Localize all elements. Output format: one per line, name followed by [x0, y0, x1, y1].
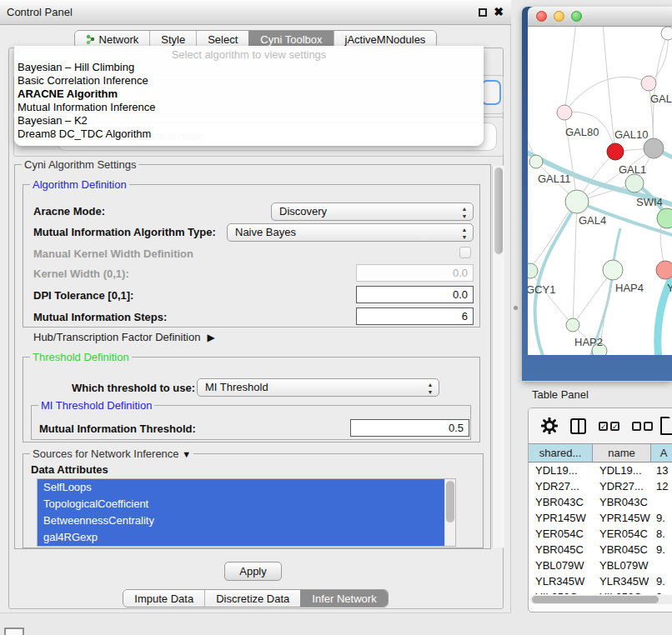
- which-threshold-select[interactable]: MI Threshold ▲▼: [197, 378, 439, 397]
- table-row[interactable]: YIL052CYIL052C9.: [529, 589, 672, 594]
- manual-kernel-checkbox[interactable]: [459, 247, 471, 258]
- network-node[interactable]: [657, 208, 672, 228]
- table-row[interactable]: YBR045CYBR045C9.: [529, 542, 672, 558]
- tab-cyni-toolbox[interactable]: Cyni Toolbox: [248, 31, 333, 48]
- cell: YIL052C: [529, 589, 593, 594]
- cell: YBR043C: [593, 494, 651, 510]
- algorithm-option-aracne-algorithm[interactable]: ARACNE Algorithm: [14, 88, 484, 101]
- collapse-down-icon[interactable]: ▼: [182, 449, 191, 459]
- close-traffic-light-icon[interactable]: [536, 11, 547, 22]
- new-table-icon[interactable]: [660, 417, 672, 435]
- tab-style[interactable]: Style: [149, 31, 196, 48]
- scrollbar-thumb[interactable]: [446, 481, 454, 522]
- network-node[interactable]: [625, 174, 644, 192]
- control-panel: Control Panel ✖ NetworkStyleSelectCyni T…: [0, 0, 511, 613]
- float-window-icon[interactable]: [479, 8, 487, 17]
- columns-icon[interactable]: [570, 418, 586, 434]
- mi-threshold-field[interactable]: 0.5: [350, 419, 469, 437]
- tab-impute-data[interactable]: Impute Data: [123, 590, 204, 607]
- node-label-gcy1: GCY1: [528, 283, 555, 296]
- tab-discretize-data[interactable]: Discretize Data: [204, 590, 300, 607]
- expand-right-icon[interactable]: ▶: [207, 332, 214, 343]
- aracne-mode-select[interactable]: Discovery ▲▼: [271, 202, 474, 221]
- network-canvas[interactable]: GAL8GAL80GAL10GAL1GAL11SWI4GAL4GCY1HAP4Y…: [528, 27, 672, 355]
- cell: YDL19...: [529, 462, 593, 478]
- deselect-all-columns-icon[interactable]: [632, 422, 653, 431]
- network-node[interactable]: [656, 261, 672, 279]
- algorithm-option-bayesian-k2[interactable]: Bayesian – K2: [14, 114, 484, 128]
- kernel-width-field[interactable]: 0.0: [356, 264, 474, 282]
- table-row[interactable]: YDR27...YDR27...12: [529, 478, 672, 494]
- algorithm-option-mutual-information-inference[interactable]: Mutual Information Inference: [14, 101, 484, 114]
- cell: 12: [651, 478, 672, 494]
- settings-scrollbar[interactable]: [492, 166, 504, 548]
- gear-icon[interactable]: [541, 418, 558, 434]
- manual-kernel-label: Manual Kernel Width Definition: [33, 248, 193, 260]
- which-threshold-label: Which threshold to use:: [72, 382, 195, 394]
- cell: 13: [651, 462, 672, 478]
- mi-type-value: Naive Bayes: [235, 226, 296, 238]
- network-node[interactable]: [644, 138, 664, 158]
- aracne-mode-value: Discovery: [279, 205, 327, 218]
- attribute-option-betweennesscentrality[interactable]: BetweennessCentrality: [38, 512, 455, 529]
- table-horizontal-scrollbar[interactable]: [530, 595, 672, 604]
- tab-network[interactable]: Network: [75, 31, 150, 48]
- minimized-panel-icon[interactable]: [4, 628, 24, 635]
- tab-jactivemnodules[interactable]: jActiveMNodules: [333, 31, 437, 48]
- network-window-titlebar[interactable]: [528, 7, 672, 27]
- minimize-traffic-light-icon[interactable]: [554, 11, 564, 22]
- network-node[interactable]: [566, 318, 579, 332]
- mi-steps-field[interactable]: 6: [356, 308, 474, 325]
- focused-combo-button[interactable]: [481, 80, 501, 105]
- panel-divider-grip[interactable]: [514, 306, 518, 310]
- list-scrollbar[interactable]: [444, 479, 455, 546]
- table-row[interactable]: YER054CYER054C8.: [529, 526, 672, 542]
- column-header-shared[interactable]: shared...: [529, 444, 593, 462]
- sources-title-text: Sources for Network Inference: [33, 448, 179, 460]
- close-icon[interactable]: ✖: [494, 5, 504, 18]
- attribute-option-gal4rgexp[interactable]: gal4RGexp: [38, 529, 455, 546]
- zoom-traffic-light-icon[interactable]: [571, 11, 582, 22]
- table-row[interactable]: YPR145WYPR145W9.: [529, 510, 672, 526]
- network-node[interactable]: [603, 260, 623, 280]
- mi-type-select[interactable]: Naive Bayes ▲▼: [227, 223, 474, 242]
- algorithm-option-basic-correlation-inference[interactable]: Basic Correlation Inference: [14, 74, 484, 88]
- table-row[interactable]: YLR345WYLR345W9.: [529, 573, 672, 589]
- network-node[interactable]: [529, 155, 543, 168]
- network-node[interactable]: [661, 27, 672, 40]
- network-node[interactable]: [528, 263, 538, 278]
- cell: YDL19...: [593, 462, 651, 478]
- table-toolbar: ✓✓: [529, 408, 672, 443]
- data-attributes-list[interactable]: SelfLoopsTopologicalCoefficientBetweenne…: [37, 478, 456, 547]
- settings-group-title: Cyni Algorithm Settings: [22, 158, 138, 171]
- cell: 9.: [651, 573, 672, 589]
- network-node[interactable]: [607, 143, 624, 160]
- network-node[interactable]: [641, 76, 656, 91]
- kernel-width-label: Kernel Width (0,1):: [33, 268, 129, 280]
- cell: YBL079W: [529, 558, 593, 573]
- hub-transcription-section[interactable]: Hub/Transcription Factor Definition▶: [33, 331, 215, 343]
- algorithm-option-dream8-dc-tdc-algorithm[interactable]: Dream8 DC_TDC Algorithm: [14, 128, 484, 141]
- apply-button[interactable]: Apply: [224, 562, 282, 581]
- scrollbar-thumb[interactable]: [494, 168, 503, 254]
- table-body: YDL19...YDL19...13YDR27...YDR27...12YBR0…: [529, 462, 672, 594]
- cell: YBR045C: [593, 542, 651, 558]
- attribute-option-selfloops[interactable]: SelfLoops: [38, 479, 455, 496]
- node-label-hap4: HAP4: [615, 282, 644, 294]
- dpi-tolerance-field[interactable]: 0.0: [356, 286, 474, 303]
- network-node[interactable]: [557, 105, 572, 120]
- table-row[interactable]: YBR043CYBR043C: [529, 494, 672, 510]
- tab-infer-network[interactable]: Infer Network: [300, 590, 387, 607]
- hub-section-label: Hub/Transcription Factor Definition: [33, 331, 200, 343]
- scrollbar-thumb[interactable]: [532, 596, 659, 603]
- tab-select[interactable]: Select: [196, 31, 248, 48]
- select-all-columns-icon[interactable]: ✓✓: [599, 422, 619, 431]
- table-row[interactable]: YBL079WYBL079W: [529, 558, 672, 573]
- algorithm-option-bayesian-hill-climbing[interactable]: Bayesian – Hill Climbing: [14, 61, 484, 74]
- column-header-a[interactable]: A: [651, 444, 672, 462]
- network-node[interactable]: [565, 190, 589, 213]
- table-row[interactable]: YDL19...YDL19...13: [529, 462, 672, 478]
- attribute-option-topologicalcoefficient[interactable]: TopologicalCoefficient: [38, 496, 455, 512]
- spinner-arrows-icon: ▲▼: [459, 203, 469, 220]
- column-header-name[interactable]: name: [593, 444, 651, 462]
